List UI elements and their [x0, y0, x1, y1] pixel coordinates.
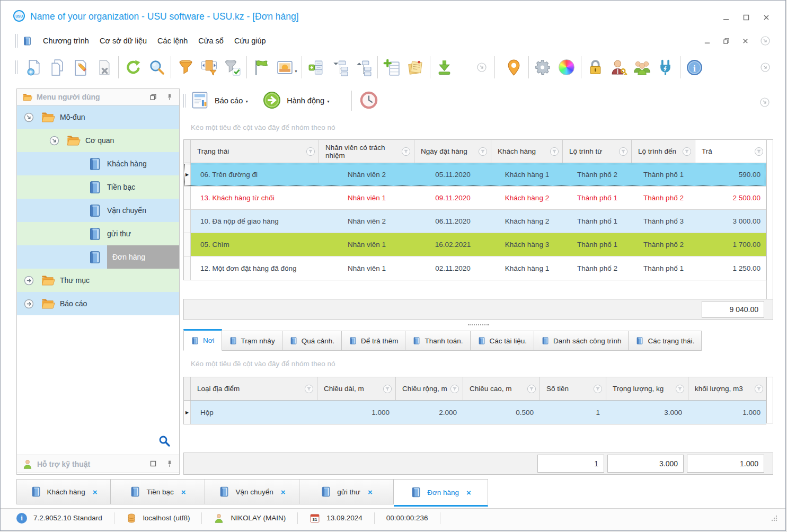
- menu-help[interactable]: Cứu giúp: [229, 34, 271, 48]
- report-dropdown-caret[interactable]: ▼: [245, 100, 249, 103]
- picture-button[interactable]: [273, 55, 296, 79]
- maximize-button[interactable]: [742, 13, 750, 22]
- window-tab-customers[interactable]: Khách hàng×: [16, 479, 111, 504]
- tree-expand-button[interactable]: [328, 55, 351, 79]
- users-group-button[interactable]: [631, 55, 654, 79]
- tree-collapse-button[interactable]: [351, 55, 375, 79]
- search-button[interactable]: [145, 55, 168, 79]
- filter-icon[interactable]: [754, 147, 764, 156]
- filter-icon[interactable]: [478, 147, 488, 156]
- menu-database[interactable]: Cơ sở dữ liệu: [94, 34, 152, 48]
- column-header-length[interactable]: Chiều dài, m: [324, 385, 383, 393]
- table-row[interactable]: 13. Khách hàng từ chối Nhân viên 1 09.11…: [184, 187, 766, 210]
- window-tab-money[interactable]: Tiền bạc×: [111, 479, 205, 504]
- tab-statuses[interactable]: Các trạng thái.: [629, 331, 702, 351]
- plug-button[interactable]: [654, 55, 677, 79]
- close-button[interactable]: [762, 13, 771, 22]
- column-header-employee[interactable]: Nhân viên có trách nhiệm: [325, 144, 401, 159]
- table-row[interactable]: ▶ Hộp 1.000 2.000 0.500 1 3.000 1.000: [184, 401, 766, 424]
- splitter-handle[interactable]: [183, 322, 773, 328]
- column-header-width[interactable]: Chiều rộng, m: [402, 385, 450, 393]
- user-key-button[interactable]: [607, 55, 631, 79]
- toolbar-more-chevron-icon[interactable]: [476, 62, 487, 73]
- toolbar-grip[interactable]: [15, 60, 18, 74]
- column-header-amount[interactable]: Số tiền: [546, 385, 593, 393]
- filter-icon[interactable]: [675, 384, 685, 394]
- table-row[interactable]: ▶ 06. Trên đường đi Nhân viên 2 05.11.20…: [184, 163, 766, 187]
- tree-item-customers[interactable]: Khách hàng: [17, 152, 179, 175]
- tree-item-orders-selected[interactable]: Đơn hàng: [17, 245, 179, 269]
- scrollbar-gutter[interactable]: [766, 139, 773, 320]
- report-icon[interactable]: [190, 91, 210, 111]
- tree-item-agency[interactable]: Cơ quan: [17, 129, 179, 152]
- filter-apply-button[interactable]: [220, 55, 244, 79]
- column-header-status[interactable]: Trạng thái: [197, 147, 306, 155]
- filter-icon[interactable]: [304, 384, 314, 394]
- column-header-date[interactable]: Ngày đặt hàng: [421, 147, 478, 155]
- filter-icon[interactable]: [682, 147, 692, 156]
- delete-document-button[interactable]: [92, 55, 116, 79]
- tab-documents[interactable]: Các tài liệu.: [471, 331, 535, 351]
- window-tab-orders-active[interactable]: Đơn hàng×: [394, 479, 488, 507]
- filter-icon[interactable]: [527, 384, 536, 394]
- tree-item-modules[interactable]: Mô-đun: [17, 105, 179, 129]
- filter-icon[interactable]: [550, 147, 559, 156]
- add-row-button[interactable]: [305, 55, 328, 79]
- support-restore-icon[interactable]: [149, 460, 157, 468]
- collapse-icon[interactable]: [49, 135, 60, 146]
- actionbar-more-chevron-icon[interactable]: [759, 97, 770, 108]
- close-tab-icon[interactable]: ×: [466, 488, 471, 497]
- sidebar-restore-icon[interactable]: [149, 93, 157, 101]
- filter-icon[interactable]: [306, 147, 315, 156]
- tab-transit[interactable]: Quá cảnh.: [282, 331, 342, 351]
- filter-icon[interactable]: [450, 384, 459, 394]
- report-dropdown[interactable]: Báo cáo: [215, 96, 243, 105]
- toolbar-grip[interactable]: [183, 94, 186, 108]
- window-tab-mailing[interactable]: gửi thư×: [299, 479, 394, 504]
- menu-commands[interactable]: Các lệnh: [152, 34, 193, 48]
- filter-icon[interactable]: [383, 384, 392, 394]
- column-header-place-type[interactable]: Loại địa điểm: [197, 385, 304, 393]
- minimize-button[interactable]: [722, 13, 730, 22]
- column-header-route-to[interactable]: Lộ trình đến: [638, 147, 682, 155]
- tree-item-reports[interactable]: Báo cáo: [17, 292, 179, 315]
- mdi-restore-button[interactable]: [722, 37, 730, 45]
- tree-item-mailing[interactable]: gửi thư: [17, 222, 179, 245]
- lock-button[interactable]: [584, 55, 607, 79]
- resize-grip-icon[interactable]: [771, 515, 778, 522]
- toolbar-right-chevron-icon[interactable]: [760, 62, 771, 73]
- column-header-weight[interactable]: Trọng lượng, kg: [613, 385, 675, 393]
- filter-panel-button[interactable]: [197, 55, 220, 79]
- close-tab-icon[interactable]: ×: [93, 487, 98, 496]
- filter-icon[interactable]: [593, 384, 603, 394]
- tab-place[interactable]: Nơi: [183, 329, 222, 351]
- sidebar-pin-icon[interactable]: [166, 93, 174, 101]
- expand-icon[interactable]: [23, 298, 34, 309]
- support-pin-icon[interactable]: [166, 460, 174, 468]
- table-row[interactable]: 05. Chìm Nhân viên 1 16.02.2021 Khách hà…: [184, 233, 766, 256]
- mdi-minimize-button[interactable]: [703, 37, 711, 45]
- clock-button[interactable]: [359, 91, 379, 111]
- menu-window[interactable]: Cửa sổ: [193, 34, 229, 48]
- edit-document-button[interactable]: [69, 55, 92, 79]
- column-header-customer[interactable]: Khách hàng: [498, 147, 550, 155]
- tab-surcharge[interactable]: Để trả thêm: [342, 331, 406, 351]
- new-document-button[interactable]: [22, 55, 46, 79]
- expand-icon[interactable]: [23, 275, 34, 286]
- flag-button[interactable]: [250, 55, 273, 79]
- support-panel-header[interactable]: Hỗ trợ kỹ thuật: [17, 455, 179, 473]
- picture-dropdown-caret[interactable]: ▼: [294, 69, 298, 73]
- tree-item-directory[interactable]: Thư mục: [17, 269, 179, 292]
- action-dropdown[interactable]: Hành động: [287, 96, 324, 105]
- filter-icon[interactable]: [754, 384, 764, 394]
- window-tab-transport[interactable]: Vận chuyển×: [205, 479, 299, 504]
- toolbar-grip[interactable]: [15, 34, 18, 48]
- settings-gear-button[interactable]: [532, 55, 555, 79]
- close-tab-icon[interactable]: ×: [181, 487, 186, 496]
- column-header-route-from[interactable]: Lộ trình từ: [569, 147, 618, 155]
- sidebar-search-icon[interactable]: [158, 435, 171, 447]
- notes-button[interactable]: [404, 55, 427, 79]
- action-dropdown-caret[interactable]: ▼: [326, 100, 330, 103]
- column-header-pay[interactable]: Trả: [702, 147, 754, 155]
- download-button[interactable]: [433, 55, 456, 79]
